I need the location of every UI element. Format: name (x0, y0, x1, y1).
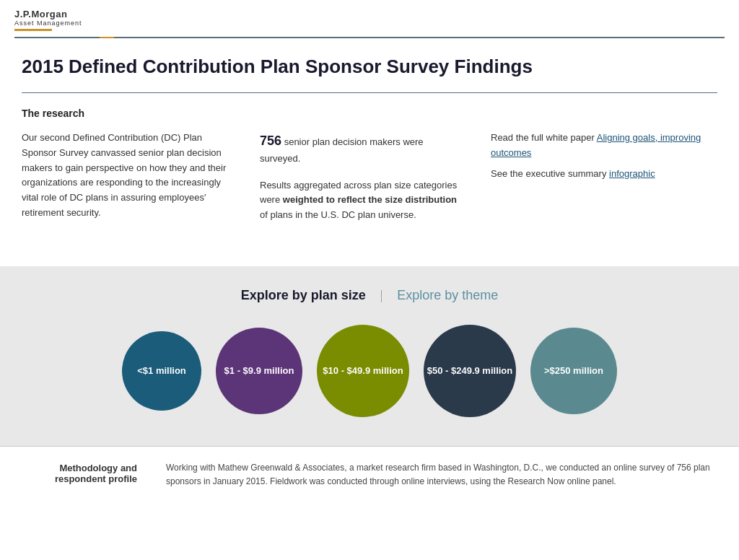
stat-block: 756 senior plan decision makers were sur… (260, 131, 462, 167)
whitepaper-prefix: Read the full white paper (491, 132, 597, 143)
infographic-link[interactable]: infographic (609, 168, 655, 179)
results-text: Results aggregated across plan size cate… (260, 178, 462, 223)
results-rest: of plans in the U.S. DC plan universe. (260, 209, 416, 220)
logo-asset-management: Asset Management (14, 19, 725, 27)
page-title: 2015 Defined Contribution Plan Sponsor S… (22, 56, 717, 78)
methodology-section: Methodology andrespondent profile Workin… (0, 447, 739, 503)
methodology-label: Methodology andrespondent profile (22, 461, 137, 489)
research-label: The research (22, 108, 717, 119)
summary-prefix: See the executive summary (491, 168, 609, 179)
research-col-1: Our second Defined Contribution (DC) Pla… (22, 131, 231, 223)
explore-tabs: Explore by plan size | Explore by theme (14, 288, 725, 303)
research-col-2: 756 senior plan decision makers were sur… (260, 131, 462, 223)
logo-underline (14, 29, 52, 31)
stat-number: 756 (260, 134, 281, 148)
research-col-3: Read the full white paper Aligning goals… (491, 131, 717, 223)
stat-text: 756 senior plan decision makers were sur… (260, 131, 462, 167)
title-divider (22, 92, 717, 93)
logo-jpmorgan: J.P.Morgan (14, 9, 725, 19)
tab-divider: | (380, 288, 383, 303)
research-columns: Our second Defined Contribution (DC) Pla… (22, 131, 717, 223)
page-header: J.P.Morgan Asset Management (0, 0, 739, 38)
stat-suffix: senior plan decision makers were surveye… (260, 136, 424, 164)
methodology-label-text: Methodology andrespondent profile (55, 463, 137, 484)
research-intro-text: Our second Defined Contribution (DC) Pla… (22, 131, 231, 221)
explore-section: Explore by plan size | Explore by theme … (0, 266, 739, 446)
logo: J.P.Morgan Asset Management (14, 9, 725, 31)
plan-size-circle[interactable]: <$1 million (122, 331, 201, 411)
tab-plan-size[interactable]: Explore by plan size (241, 288, 366, 303)
summary-text: See the executive summary infographic (491, 167, 717, 182)
plan-size-circle[interactable]: $1 - $9.9 million (216, 328, 302, 414)
plan-size-circle[interactable]: >$250 million (530, 328, 617, 414)
results-bold: weighted to reflect the size distributio… (283, 194, 457, 205)
whitepaper-text: Read the full white paper Aligning goals… (491, 131, 717, 161)
circles-container: <$1 million$1 - $9.9 million$10 - $49.9 … (14, 325, 725, 417)
methodology-text: Working with Mathew Greenwald & Associat… (166, 461, 717, 489)
plan-size-circle[interactable]: $50 - $249.9 million (424, 325, 516, 417)
research-section: The research Our second Defined Contribu… (22, 108, 717, 223)
main-content: 2015 Defined Contribution Plan Sponsor S… (0, 38, 739, 245)
tab-theme[interactable]: Explore by theme (397, 288, 498, 303)
plan-size-circle[interactable]: $10 - $49.9 million (317, 325, 409, 417)
